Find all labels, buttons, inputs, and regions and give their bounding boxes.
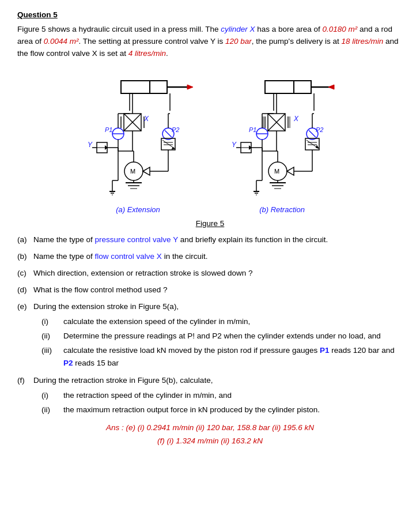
q-b-highlight: flow control valve X xyxy=(95,252,162,261)
q-d-label: (d) xyxy=(17,284,33,297)
pressure-val: 120 bar xyxy=(225,37,252,46)
sub-e-i: (i) calculate the extension speed of the… xyxy=(41,315,403,329)
svg-line-13 xyxy=(165,130,172,137)
svg-rect-56 xyxy=(265,81,311,93)
diagram-a-svg: P1 P2 xyxy=(75,70,202,203)
sub-e-iii-label: (iii) xyxy=(41,344,63,357)
svg-text:M: M xyxy=(130,168,135,175)
p2-ref: P2 xyxy=(63,359,73,367)
intro-pump: , the pump's delivery is at xyxy=(252,37,342,46)
bore-area-val: 0.0180 m² xyxy=(323,25,358,33)
q-e-label: (e) xyxy=(17,300,33,314)
svg-text:P1: P1 xyxy=(249,126,256,133)
answer-block: Ans : (e) (i) 0.2941 m/min (ii) 120 bar,… xyxy=(17,421,403,448)
svg-text:P2: P2 xyxy=(316,126,323,133)
sub-e-ii: (ii) Determine the pressure readings at … xyxy=(41,330,403,343)
diagram-a-label: (a) Extension xyxy=(116,205,160,214)
svg-text:M: M xyxy=(274,168,279,175)
question-e: (e) During the extension stroke in Figur… xyxy=(17,300,403,314)
intro-text: Figure 5 shows a hydraulic circuit used … xyxy=(17,24,403,60)
svg-text:Y: Y xyxy=(88,141,93,149)
q-f-text: During the retraction stroke in Figure 5… xyxy=(33,374,403,387)
cylinder-x-label: cylinder X xyxy=(221,25,255,33)
svg-marker-77 xyxy=(316,145,319,149)
q-c-label: (c) xyxy=(17,267,33,280)
diagram-b-svg: P1 P2 xyxy=(219,70,346,203)
diagram-b-label: (b) Retraction xyxy=(259,205,305,214)
sub-f-ii: (ii) the maximum retraction output force… xyxy=(41,404,403,417)
sub-e-i-label: (i) xyxy=(41,315,63,329)
svg-text:X: X xyxy=(293,115,299,123)
svg-text:P2: P2 xyxy=(172,126,179,133)
q-e-text: During the extension stroke in Figure 5(… xyxy=(33,300,403,313)
delivery-val: 18 litres/min xyxy=(341,37,383,46)
q-c-text: Which direction, extension or retraction… xyxy=(33,267,403,280)
answer-line1: Ans : (e) (i) 0.2941 m/min (ii) 120 bar,… xyxy=(17,421,403,435)
intro-setting: . The setting at pressure control valve … xyxy=(79,37,225,46)
question-b: (b) Name the type of flow control valve … xyxy=(17,250,403,264)
svg-text:X: X xyxy=(143,115,149,123)
sub-f-i-text: the retraction speed of the cylinder in … xyxy=(63,389,403,402)
svg-text:Y: Y xyxy=(232,141,237,149)
figure-caption: Figure 5 xyxy=(196,219,225,228)
diagram-b-wrap: P1 P2 xyxy=(219,70,346,214)
q-b-label: (b) xyxy=(17,250,33,264)
svg-marker-98 xyxy=(287,167,294,175)
questions-list: (a) Name the type of pressure control va… xyxy=(17,234,403,448)
svg-rect-0 xyxy=(121,81,167,93)
sub-e-ii-label: (ii) xyxy=(41,330,63,343)
svg-line-69 xyxy=(309,130,316,137)
question-c: (c) Which direction, extension or retrac… xyxy=(17,267,403,280)
q-f-label: (f) xyxy=(17,374,33,387)
svg-marker-40 xyxy=(143,167,150,175)
sub-e-i-text: calculate the extension speed of the cyl… xyxy=(63,315,403,328)
sub-f-i: (i) the retraction speed of the cylinder… xyxy=(41,389,403,402)
q-a-label: (a) xyxy=(17,234,33,247)
intro-bore: has a bore area of xyxy=(255,25,322,33)
flow-val: 4 litres/min xyxy=(128,49,166,58)
sub-f-ii-label: (ii) xyxy=(41,404,63,417)
question-f: (f) During the retraction stroke in Figu… xyxy=(17,374,403,387)
svg-marker-59 xyxy=(328,85,334,89)
q-a-text: Name the type of pressure control valve … xyxy=(33,234,403,246)
sub-f-ii-text: the maximum retraction output force in k… xyxy=(63,404,403,416)
svg-text:P1: P1 xyxy=(105,126,112,133)
p1-ref: P1 xyxy=(320,346,330,355)
question-d: (d) What is the flow control method used… xyxy=(17,284,403,297)
rod-area-val: 0.0044 m² xyxy=(44,37,79,46)
figure-container: P1 P2 xyxy=(17,70,403,228)
intro-start: Figure 5 shows a hydraulic circuit used … xyxy=(17,25,221,33)
question-a: (a) Name the type of pressure control va… xyxy=(17,234,403,247)
sub-f-i-label: (i) xyxy=(41,389,63,402)
q-b-text: Name the type of flow control valve X in… xyxy=(33,250,403,263)
answer-line2: (f) (i) 1.324 m/min (ii) 163.2 kN xyxy=(17,435,403,448)
q-a-highlight: pressure control valve Y xyxy=(95,235,178,244)
intro-end: . xyxy=(166,49,168,58)
svg-marker-3 xyxy=(187,85,193,89)
sub-e-ii-text: Determine the pressure readings at P! an… xyxy=(63,330,403,342)
diagram-a-wrap: P1 P2 xyxy=(75,70,202,214)
svg-line-20 xyxy=(162,140,174,148)
sub-e-iii-text: calculate the resistive load kN moved by… xyxy=(63,344,403,369)
svg-marker-21 xyxy=(172,147,175,149)
diagrams-row: P1 P2 xyxy=(75,70,346,214)
question-title: Question 5 xyxy=(17,10,403,19)
sub-e-iii: (iii) calculate the resistive load kN mo… xyxy=(41,344,403,369)
q-d-text: What is the flow control method used ? xyxy=(33,284,403,296)
